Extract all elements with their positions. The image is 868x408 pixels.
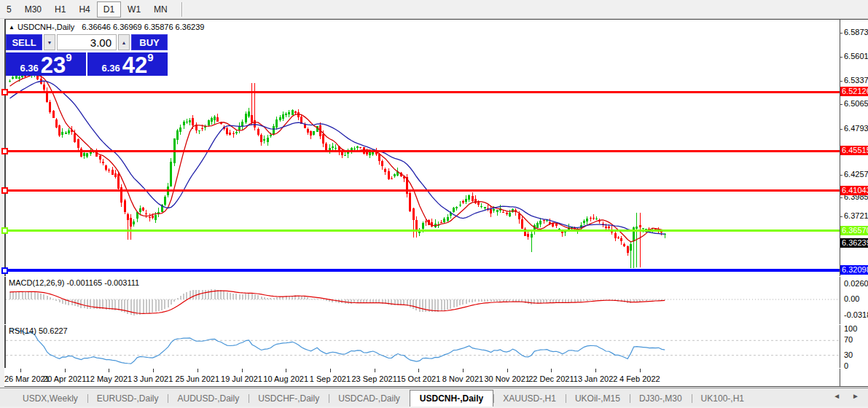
axis-tick [840,216,842,217]
price-axis-label: 6.42570 [844,170,868,178]
rsi-axis-label: 100 [844,324,857,333]
macd-axis-label: 0.00 [844,294,859,303]
price-axis-label: 6.53370 [844,76,868,85]
date-label: 25 Jun 2021 [176,374,220,383]
date-label: 10 Aug 2021 [263,374,308,383]
candlestick-series [9,68,666,267]
volume-increase-button[interactable]: ▲ [118,34,130,50]
time-tick [463,369,464,372]
time-tick [20,369,21,372]
rsi-panel-divider[interactable] [4,324,868,325]
sell-button[interactable]: SELL [6,34,42,50]
price-axis-label: 6.50650 [844,99,868,108]
chart-tab-usdcnh-daily[interactable]: USDCNH-,Daily [410,390,493,407]
chart-tab-dj30-m30[interactable]: DJ30-,M30 [630,391,692,407]
level-price-tag: 6.36570 [840,226,868,235]
axis-tick [840,104,842,105]
sell-price-main: 23 [41,56,66,74]
arrow-up-icon: ▲ [122,40,127,45]
date-label: 13 Jan 2022 [574,374,618,383]
time-tick [595,369,596,372]
price-axis-label: 6.58730 [844,28,868,36]
moving-average-line [10,75,665,242]
chart-tab-audusd-daily[interactable]: AUDUSD-,Daily [168,391,249,407]
time-tick [330,369,331,372]
arrow-down-icon: ▼ [47,40,52,45]
axis-tick [840,197,842,198]
axis-tick [840,57,842,58]
price-axis-label: 6.47930 [844,124,868,133]
volume-decrease-button[interactable]: ▼ [44,34,55,50]
date-label: 20 Apr 2021 [43,374,86,383]
date-label: 23 Sep 2021 [351,374,396,383]
chart-tab-eurusd-daily[interactable]: EURUSD-,Daily [87,391,168,407]
chart-tab-bar: USDX,WeeklyEURUSD-,DailyAUDUSD-,DailyUSD… [0,388,868,407]
level-price-tag: 6.41043 [840,186,868,195]
sell-price-prefix: 6.36 [20,63,38,74]
chart-tab-ukoil-m15[interactable]: UKOil-,M15 [566,391,630,407]
time-tick [65,369,66,372]
buy-price-prefix: 6.36 [101,63,120,74]
macd-panel-divider[interactable] [4,276,868,277]
price-axis-label: 6.56010 [844,52,868,60]
moving-average-line [10,81,665,234]
time-tick [242,369,243,372]
level-price-tag: 6.52126 [840,87,868,96]
time-axis[interactable]: 26 Mar 202120 Apr 202112 May 20213 Jun 2… [4,369,840,386]
date-label: 12 May 2021 [86,374,133,383]
date-label: 30 Nov 2021 [484,374,529,383]
date-label: 1 Sep 2021 [310,374,351,383]
chart-title: ▲USDCNH-,Daily6.36646 6.36969 6.35876 6.… [9,23,204,31]
price-axis-label: 6.37210 [844,211,868,220]
time-tick [507,369,508,372]
time-tick [109,369,109,372]
one-click-trade-panel: SELL ▼ ▲ BUY 6.36 23 9 6.36 42 9 [6,34,168,76]
level-price-tag: 6.45515 [840,146,868,155]
chart-tab-usdcad-daily[interactable]: USDCAD-,Daily [329,391,410,407]
date-label: 8 Nov 2021 [442,374,483,383]
sell-price-display[interactable]: 6.36 23 9 [6,52,86,76]
chart-tab-usdchf-daily[interactable]: USDCHF-,Daily [249,391,329,407]
rsi-label: RSI(14) 50.6227 [9,326,68,335]
axis-tick [840,81,842,82]
price-axis[interactable]: 6.587306.560106.533706.506506.479306.425… [840,19,868,387]
time-tick [286,369,286,372]
date-label: 22 Dec 2021 [528,374,574,383]
time-tick [551,369,552,372]
date-label: 3 Jun 2021 [133,374,173,383]
tab-scroll-left-button[interactable]: ◄ [833,392,840,400]
macd-axis-label: -0.03187 [844,310,868,319]
tab-scroll-right-button[interactable]: ► [852,392,859,400]
macd-signal-line [10,291,665,313]
level-lines[interactable] [2,90,840,273]
chart-tab-uk100-h1[interactable]: UK100-,H1 [692,391,754,407]
macd-label: MACD(12,26,9) -0.001165 -0.003111 [9,278,139,287]
sell-price-pip: 9 [66,51,71,63]
chart-tab-xauusd-h1[interactable]: XAUUSD-,H1 [493,391,566,407]
axis-tick [840,33,842,34]
trading-platform-window: 5M30H1H4D1W1MN ▲USDCNH-,Daily6.36646 6.3… [0,0,868,408]
axis-tick [840,175,842,176]
rsi-axis-label: 0 [844,361,848,370]
rsi-axis-label: 30 [844,350,853,359]
axis-tick [840,129,842,130]
tab-scroll-controls: ◄ ► [833,392,859,400]
buy-price-display[interactable]: 6.36 42 9 [87,52,168,76]
chart-tab-usdx-weekly[interactable]: USDX,Weekly [13,391,87,407]
volume-input[interactable] [57,34,117,50]
level-price-tag: 6.32098 [840,265,868,275]
date-label: 15 Oct 2021 [396,374,440,383]
macd-axis-label: 0.02607 [844,279,868,288]
date-label: 4 Feb 2022 [619,374,660,383]
time-tick [198,369,198,372]
buy-button[interactable]: BUY [131,34,168,50]
rsi-axis-label: 70 [844,335,853,344]
buy-price-pip: 9 [147,51,153,63]
date-label: 19 Jul 2021 [221,374,262,383]
ohlc-values: 6.36646 6.36969 6.35876 6.36239 [82,23,204,31]
collapse-icon[interactable]: ▲ [9,24,15,31]
buy-price-main: 42 [122,56,147,74]
time-tick [640,369,641,372]
time-tick [153,369,154,372]
time-tick [418,369,419,372]
